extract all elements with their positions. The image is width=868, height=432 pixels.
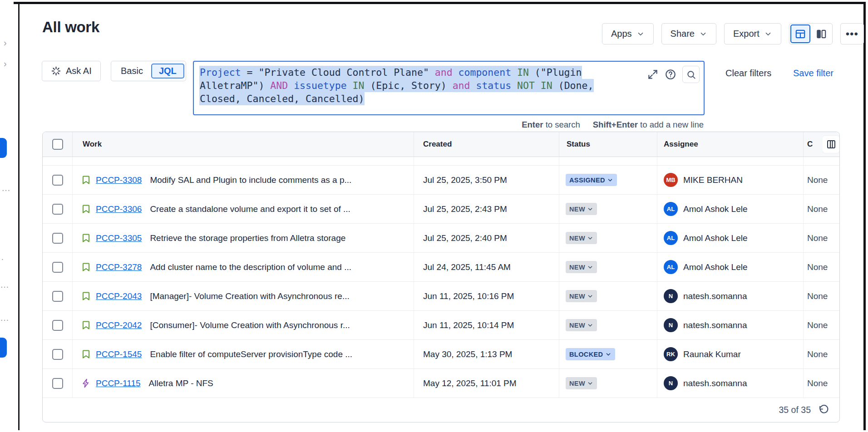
table-footer: 35 of 35 <box>43 398 839 422</box>
status-badge[interactable]: ASSIGNED <box>566 174 617 186</box>
search-icon <box>686 69 696 80</box>
issue-key-link[interactable]: PCCP-2042 <box>96 320 142 330</box>
story-icon <box>81 233 91 243</box>
toolbar: Apps Share Export ••• <box>602 23 864 44</box>
sidebar-item-highlight[interactable] <box>0 338 7 358</box>
issue-summary[interactable]: [Manager]- Volume Creation with Asynchro… <box>150 291 349 301</box>
issue-key-link[interactable]: PCCP-3278 <box>96 262 142 272</box>
status-cell: NEW <box>559 282 657 310</box>
columns-icon <box>826 139 837 150</box>
row-checkbox-cell <box>43 224 73 252</box>
status-badge[interactable]: NEW <box>566 377 597 389</box>
clear-filters-button[interactable]: Clear filters <box>725 68 771 79</box>
row-checkbox[interactable] <box>52 175 63 186</box>
refresh-button[interactable] <box>818 404 829 416</box>
category-value: None <box>807 233 828 243</box>
category-value: None <box>807 320 828 330</box>
assignee-cell: Nnatesh.somanna <box>657 311 804 339</box>
configure-columns-button[interactable] <box>823 136 839 153</box>
row-checkbox[interactable] <box>52 320 63 331</box>
issue-summary[interactable]: [Consumer]- Volume Creation with Asynchr… <box>150 320 350 330</box>
sidebar-active-item[interactable] <box>0 138 7 158</box>
issue-key-link[interactable]: PCCP-2043 <box>96 291 142 301</box>
row-checkbox[interactable] <box>52 349 63 360</box>
status-badge[interactable]: NEW <box>566 290 597 302</box>
issue-summary[interactable]: Modify SAL and Plugin to include comment… <box>150 175 351 185</box>
syntax-help-button[interactable] <box>665 69 676 80</box>
row-checkbox[interactable] <box>52 204 63 215</box>
table-row: PCCP-3305Retrieve the storage properties… <box>43 224 839 253</box>
share-button[interactable]: Share <box>661 23 716 44</box>
jql-input[interactable]: Project = "Private Cloud Control Plane" … <box>193 61 705 115</box>
story-icon <box>81 349 91 359</box>
issue-summary[interactable]: Add cluster name to the description of v… <box>150 262 351 272</box>
status-cell: NEW <box>559 369 657 398</box>
table-row: PCCP-1545Enable filter of computeServer … <box>43 340 839 369</box>
story-icon <box>81 320 91 330</box>
view-toggle <box>789 23 833 44</box>
save-filter-button[interactable]: Save filter <box>793 68 833 79</box>
ask-ai-button[interactable]: Ask AI <box>42 61 101 81</box>
hint-shift-key: Shift+Enter <box>593 120 638 129</box>
ask-ai-label: Ask AI <box>66 66 92 76</box>
epic-icon <box>81 378 91 388</box>
jql-mode-button[interactable]: JQL <box>151 64 184 79</box>
column-header-created[interactable]: Created <box>414 132 559 157</box>
status-badge[interactable]: NEW <box>566 261 597 273</box>
assignee-cell: MBMIKE BERHAN <box>657 166 804 194</box>
more-button[interactable]: ••• <box>840 23 864 44</box>
work-cell: PCCP-3278Add cluster name to the descrip… <box>73 253 414 281</box>
column-header-truncated[interactable]: C <box>804 132 823 157</box>
avatar: N <box>664 376 678 390</box>
column-header-work[interactable]: Work <box>73 132 414 157</box>
basic-mode-button[interactable]: Basic <box>113 66 151 76</box>
apps-button[interactable]: Apps <box>602 23 654 44</box>
assignee-cell: ALAmol Ashok Lele <box>657 253 804 281</box>
status-cell: NEW <box>559 311 657 339</box>
category-cell: None <box>804 195 839 223</box>
work-cell: PCCP-3306Create a standalone volume and … <box>73 195 414 223</box>
story-icon <box>81 291 91 301</box>
issue-summary[interactable]: Retrieve the storage properties from All… <box>150 233 345 243</box>
assignee-name: Amol Ashok Lele <box>683 233 748 243</box>
expand-editor-button[interactable] <box>647 69 659 80</box>
row-checkbox[interactable] <box>52 233 63 244</box>
status-badge[interactable]: NEW <box>566 203 597 215</box>
work-items-table: Work Created Status Assignee C PCCP-3308… <box>42 132 840 422</box>
column-header-status[interactable]: Status <box>559 132 657 157</box>
created-value: Jul 25, 2025, 3:50 PM <box>423 175 507 185</box>
issue-key-link[interactable]: PCCP-1115 <box>96 378 141 388</box>
category-cell: None <box>804 282 839 310</box>
issue-key-link[interactable]: PCCP-3308 <box>96 175 142 185</box>
status-badge[interactable]: NEW <box>566 319 597 331</box>
story-icon <box>81 175 91 185</box>
row-checkbox[interactable] <box>52 291 63 302</box>
detail-view-button[interactable] <box>811 25 831 43</box>
assignee-name: natesh.somanna <box>683 320 747 330</box>
column-header-assignee[interactable]: Assignee <box>657 132 804 157</box>
chevron-down-icon <box>636 30 645 38</box>
ai-sparkle-icon <box>51 66 61 76</box>
table-row: PCCP-2043[Manager]- Volume Creation with… <box>43 282 839 311</box>
category-value: None <box>807 175 828 185</box>
issue-summary[interactable]: Create a standalone volume and export it… <box>150 204 350 214</box>
select-all-checkbox[interactable] <box>52 139 63 150</box>
issue-summary[interactable]: Alletra MP - NFS <box>149 378 213 388</box>
table-view-button[interactable] <box>790 25 810 43</box>
row-checkbox[interactable] <box>52 262 63 273</box>
issue-key-link[interactable]: PCCP-1545 <box>96 349 142 359</box>
table-row: PCCP-1115Alletra MP - NFSMay 12, 2025, 1… <box>43 369 839 398</box>
help-icon <box>665 69 676 80</box>
export-button[interactable]: Export <box>724 23 781 44</box>
sidebar-chevron-icon[interactable]: › <box>4 59 7 68</box>
work-cell: PCCP-2042[Consumer]- Volume Creation wit… <box>73 311 414 339</box>
status-badge[interactable]: NEW <box>566 232 597 244</box>
sidebar-chevron-icon[interactable]: › <box>4 38 7 47</box>
run-search-button[interactable] <box>682 66 700 83</box>
status-badge[interactable]: BLOCKED <box>566 348 615 360</box>
issue-key-link[interactable]: PCCP-3306 <box>96 204 142 214</box>
issue-summary[interactable]: Enable filter of computeServer provision… <box>150 349 352 359</box>
row-checkbox[interactable] <box>52 378 63 389</box>
table-view-icon <box>794 28 806 40</box>
issue-key-link[interactable]: PCCP-3305 <box>96 233 142 243</box>
